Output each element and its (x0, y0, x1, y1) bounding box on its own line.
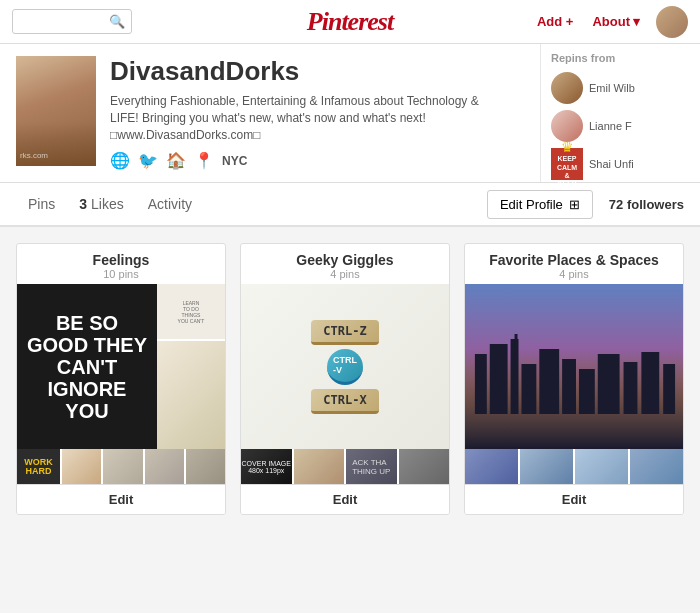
board-bc3-geeky: ACK THATHING UP (346, 449, 397, 484)
tab-activity[interactable]: Activity (136, 182, 204, 226)
board-bc2-geeky (294, 449, 345, 484)
board-bottom-cell-5 (186, 449, 225, 484)
about-button[interactable]: About▾ (589, 14, 640, 29)
search-button[interactable]: 🔍 (109, 14, 125, 29)
search-box[interactable]: 🔍 (12, 9, 132, 34)
board-card-geeky: Geeky Giggles 4 pins CTRL-Z CTRL-V CTRL-… (240, 243, 450, 515)
board-bottom-places (465, 449, 683, 484)
board-bottom-cell-3 (103, 449, 142, 484)
board-edit-button-places[interactable]: Edit (465, 484, 683, 514)
work-hard-text: WORKHARD (24, 458, 53, 476)
board-pins-geeky: 4 pins (245, 268, 445, 280)
board-main-geeky: CTRL-Z CTRL-V CTRL-X (241, 284, 449, 449)
keep-calm-text: KEEPCALM&KEEP (557, 155, 577, 189)
work-hard-cell: WORKHARD (17, 449, 60, 484)
likes-count: 3 (79, 196, 87, 212)
add-button[interactable]: Add + (534, 14, 573, 29)
city-svg (465, 334, 683, 414)
facebook-icon[interactable]: 🏠 (166, 151, 186, 170)
board-bc1-geeky: COVER IMAGE480x 119px (241, 449, 292, 484)
board-header-feelings: Feelings 10 pins (17, 244, 225, 284)
location-icon: 📍 (194, 151, 214, 170)
board-title-feelings[interactable]: Feelings (21, 252, 221, 268)
cover-text: COVER IMAGE480x 119px (242, 460, 291, 474)
edit-profile-icon: ⊞ (569, 197, 580, 212)
tab-pins-label: Pins (28, 196, 55, 212)
followers-count: 72 followers (609, 197, 684, 212)
repin-name-2: Lianne F (589, 120, 632, 132)
edit-profile-button[interactable]: Edit Profile ⊞ (487, 190, 593, 219)
svg-rect-9 (624, 362, 638, 414)
header: 🔍 Pinterest Add + About▾ (0, 0, 700, 44)
profile-watermark: rks.com (20, 151, 48, 160)
ctrl-x-key: CTRL-X (311, 389, 378, 414)
svg-rect-5 (539, 349, 559, 414)
board-edit-button-geeky[interactable]: Edit (241, 484, 449, 514)
svg-rect-8 (598, 354, 620, 414)
user-avatar-header[interactable] (656, 6, 688, 38)
activity-label: Activity (148, 196, 192, 212)
board-title-geeky[interactable]: Geeky Giggles (245, 252, 445, 268)
board-header-geeky: Geeky Giggles 4 pins (241, 244, 449, 284)
board-main-image-feelings: BE SO GOOD THEY CAN'T IGNORE YOU (17, 284, 157, 449)
nav-tabs: Pins 3 Likes Activity Edit Profile ⊞ 72 … (0, 183, 700, 227)
svg-rect-10 (641, 352, 659, 414)
ack-text: ACK THATHING UP (352, 458, 390, 476)
search-input[interactable] (19, 15, 109, 29)
followers-number: 72 (609, 197, 623, 212)
board-title-places[interactable]: Favorite Places & Spaces (469, 252, 679, 268)
repin-avatar-2 (551, 110, 583, 142)
tab-pins[interactable]: Pins (16, 182, 67, 226)
repins-title: Repins from (551, 52, 690, 64)
board-bc1-places (465, 449, 518, 484)
followers-label: followers (627, 197, 684, 212)
svg-rect-4 (521, 364, 536, 414)
repin-item[interactable]: Emil Wilb (551, 72, 690, 104)
repin-avatar-1 (551, 72, 583, 104)
board-bottom-geeky: COVER IMAGE480x 119px ACK THATHING UP (241, 449, 449, 484)
board-bottom-cell-2 (62, 449, 101, 484)
board-card-places: Favorite Places & Spaces 4 pins (464, 243, 684, 515)
svg-rect-3 (515, 334, 518, 414)
board-pins-places: 4 pins (469, 268, 679, 280)
likes-label: Likes (91, 196, 124, 212)
board-card-feelings: Feelings 10 pins BE SO GOOD THEY CAN'T I… (16, 243, 226, 515)
svg-rect-11 (663, 364, 675, 414)
board-edit-button-feelings[interactable]: Edit (17, 484, 225, 514)
tab-likes[interactable]: 3 Likes (67, 182, 135, 226)
board-sub-feelings: LEARNTO DOTHINGSYOU CAN'T (157, 284, 225, 449)
twitter-icon[interactable]: 🐦 (138, 151, 158, 170)
board-header-places: Favorite Places & Spaces 4 pins (465, 244, 683, 284)
logo: Pinterest (307, 7, 393, 37)
profile-avatar: rks.com (16, 56, 96, 166)
svg-rect-6 (562, 359, 576, 414)
edit-profile-label: Edit Profile (500, 197, 563, 212)
ctrl-z-key: CTRL-Z (311, 320, 378, 345)
header-right: Add + About▾ (534, 6, 688, 38)
website-icon[interactable]: 🌐 (110, 151, 130, 170)
board-main-places (465, 284, 683, 449)
boards-area: Feelings 10 pins BE SO GOOD THEY CAN'T I… (0, 227, 700, 531)
keep-calm-thumbnail: ♛ KEEPCALM&KEEP (551, 148, 583, 180)
repins-panel: Repins from Emil Wilb Lianne F ♛ KEEPCAL… (540, 44, 700, 182)
board-images-places (465, 284, 683, 484)
board-images-feelings: BE SO GOOD THEY CAN'T IGNORE YOU LEARNTO… (17, 284, 225, 484)
svg-rect-7 (579, 369, 595, 414)
repin-item[interactable]: Lianne F (551, 110, 690, 142)
board-bottom-cell-4 (145, 449, 184, 484)
crown-icon: ♛ (561, 139, 574, 155)
board-images-geeky: CTRL-Z CTRL-V CTRL-X COVER IMAGE480x 119… (241, 284, 449, 484)
profile-area: rks.com DivasandDorks Everything Fashion… (0, 44, 700, 183)
repin-item[interactable]: ♛ KEEPCALM&KEEP Shai Unfi (551, 148, 690, 180)
board-sub-bot-feelings (157, 341, 225, 450)
ctrl-v-key: CTRL-V (327, 349, 363, 385)
board-sub-top-feelings: LEARNTO DOTHINGSYOU CAN'T (157, 284, 225, 338)
repin-name-3: Shai Unfi (589, 158, 634, 170)
profile-bio: Everything Fashionable, Entertaining & I… (110, 93, 510, 143)
svg-rect-0 (475, 354, 487, 414)
learn-text: LEARNTO DOTHINGSYOU CAN'T (178, 300, 205, 324)
board-bottom-row-feelings: WORKHARD (17, 449, 225, 484)
board-bc4-places (630, 449, 683, 484)
repin-avatar-3: ♛ KEEPCALM&KEEP (551, 148, 583, 180)
board-bc2-places (520, 449, 573, 484)
